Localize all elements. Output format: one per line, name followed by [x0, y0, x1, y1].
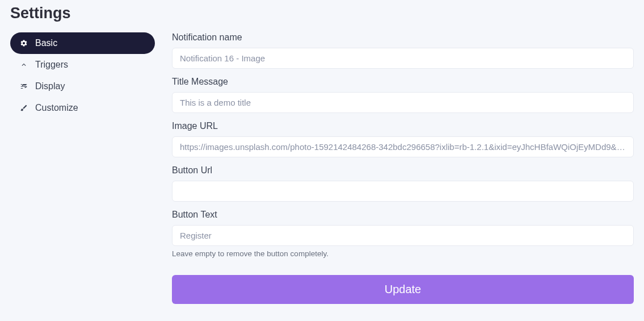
title-message-input[interactable]	[172, 92, 634, 113]
title-message-label: Title Message	[172, 77, 634, 87]
image-url-input[interactable]	[172, 136, 634, 157]
sidebar-item-display[interactable]: Display	[10, 76, 155, 97]
update-button[interactable]: Update	[172, 275, 634, 304]
settings-form: Notification name Title Message Image UR…	[172, 32, 634, 304]
sidebar-item-triggers[interactable]: Triggers	[10, 54, 155, 76]
sidebar-item-customize[interactable]: Customize	[10, 97, 155, 119]
chevron-up-icon	[20, 61, 28, 69]
sidebar-item-basic[interactable]: Basic	[10, 32, 155, 54]
sidebar-item-label: Basic	[35, 38, 57, 48]
sidebar-item-label: Customize	[35, 103, 78, 113]
page-title: Settings	[10, 5, 634, 22]
gear-icon	[20, 39, 28, 47]
sidebar-item-label: Display	[35, 81, 65, 91]
button-text-label: Button Text	[172, 210, 634, 220]
sliders-icon	[20, 82, 28, 90]
button-text-help: Leave empty to remove the button complet…	[172, 249, 634, 258]
sidebar-item-label: Triggers	[35, 60, 68, 70]
button-text-input[interactable]	[172, 225, 634, 246]
settings-sidebar: Basic Triggers Display Customize	[10, 32, 155, 304]
notification-name-label: Notification name	[172, 32, 634, 43]
notification-name-input[interactable]	[172, 48, 634, 69]
button-url-label: Button Url	[172, 165, 634, 176]
image-url-label: Image URL	[172, 121, 634, 131]
brush-icon	[20, 104, 28, 112]
button-url-input[interactable]	[172, 181, 634, 202]
